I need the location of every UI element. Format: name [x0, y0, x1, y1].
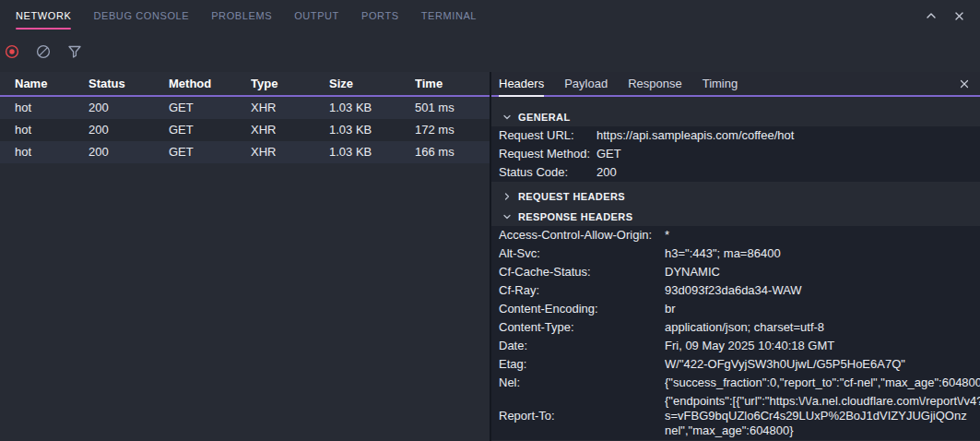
cell-method: GET [169, 141, 251, 163]
request-table: Name Status Method Type Size Time hot 20… [0, 72, 491, 441]
general-rows: Request URL: https://api.sampleapis.com/… [491, 126, 980, 182]
header-value: DYNAMIC [665, 263, 980, 281]
column-header-method[interactable]: Method [169, 77, 251, 90]
cell-method: GET [169, 97, 251, 119]
close-details-icon[interactable] [959, 78, 980, 89]
header-row: Nel: {"success_fraction":0,"report_to":"… [491, 374, 980, 392]
header-row: Alt-Svc: h3=":443"; ma=86400 [491, 244, 980, 263]
header-name: Cf-Cache-Status: [499, 263, 665, 281]
header-value: {"endpoints":[{"url":"https:\/\/a.nel.cl… [665, 392, 980, 440]
details-tab-bar: Headers Payload Response Timing [491, 72, 980, 97]
cell-size: 1.03 KB [329, 119, 415, 141]
request-row[interactable]: hot 200 GET XHR 1.03 KB 172 ms [0, 119, 490, 141]
network-toolbar [0, 31, 980, 72]
header-name: Status Code: [499, 163, 596, 182]
cell-type: XHR [251, 119, 329, 141]
header-value-line: nel","max_age":604800} [665, 423, 980, 438]
header-row: Status Code: 200 [491, 163, 980, 182]
panel-window-controls [925, 0, 980, 31]
cell-time: 501 ms [415, 97, 490, 119]
header-value: 93d093f23da6da34-WAW [665, 281, 980, 300]
cell-name: hot [15, 97, 89, 119]
devtools-bottom-panel: NETWORK DEBUG CONSOLE PROBLEMS OUTPUT PO… [0, 0, 980, 441]
section-title: GENERAL [518, 112, 571, 123]
header-value: W/"422-OFgVyjSW3h0UjwL/G5P5HoE6A7Q" [665, 355, 980, 374]
column-header-size[interactable]: Size [329, 77, 415, 90]
tab-timing[interactable]: Timing [703, 72, 738, 95]
header-name: Date: [499, 337, 665, 355]
header-value: https://api.sampleapis.com/coffee/hot [596, 126, 980, 145]
header-name: Content-Type: [499, 318, 665, 337]
header-name: Request Method: [499, 145, 596, 163]
header-row: Etag: W/"422-OFgVyjSW3h0UjwL/G5P5HoE6A7Q… [491, 355, 980, 374]
section-request-headers[interactable]: REQUEST HEADERS [491, 187, 980, 206]
header-value-line: {"endpoints":[{"url":"https:\/\/a.nel.cl… [665, 394, 980, 409]
header-row: Access-Control-Allow-Origin: * [491, 226, 980, 244]
cell-type: XHR [251, 97, 329, 119]
tab-network[interactable]: NETWORK [16, 0, 71, 31]
header-value-line: s=vFBG9bqUZlo6Cr4s29LUxP%2BoJ1dVIZYJUGji… [665, 409, 980, 423]
section-response-headers[interactable]: RESPONSE HEADERS [491, 208, 980, 226]
header-row: Report-To: {"endpoints":[{"url":"https:\… [491, 392, 980, 440]
tab-response[interactable]: Response [628, 72, 682, 95]
column-header-time[interactable]: Time [415, 77, 490, 90]
header-row: Cf-Cache-Status: DYNAMIC [491, 263, 980, 281]
header-value: h3=":443"; ma=86400 [665, 244, 980, 263]
cell-size: 1.03 KB [329, 97, 415, 119]
cell-time: 172 ms [415, 119, 490, 141]
header-name: Nel: [499, 374, 665, 392]
tab-output[interactable]: OUTPUT [294, 0, 339, 31]
chevron-down-icon [502, 113, 512, 122]
close-panel-icon[interactable] [953, 10, 965, 22]
header-value: GET [596, 145, 980, 163]
header-row: Request Method: GET [491, 145, 980, 163]
request-table-header: Name Status Method Type Size Time [0, 72, 490, 97]
network-main-split: Name Status Method Type Size Time hot 20… [0, 72, 980, 441]
tab-headers[interactable]: Headers [499, 72, 544, 95]
tab-ports[interactable]: PORTS [361, 0, 399, 31]
cell-name: hot [15, 141, 89, 163]
cell-method: GET [169, 119, 251, 141]
header-value: 200 [596, 163, 980, 182]
cell-type: XHR [251, 141, 329, 163]
cell-status: 200 [89, 119, 169, 141]
header-value: application/json; charset=utf-8 [665, 318, 980, 337]
record-button[interactable] [5, 44, 19, 59]
header-row: Content-Type: application/json; charset=… [491, 318, 980, 337]
panel-tabs: NETWORK DEBUG CONSOLE PROBLEMS OUTPUT PO… [16, 0, 477, 31]
header-row: Cf-Ray: 93d093f23da6da34-WAW [491, 281, 980, 300]
chevron-down-icon [502, 212, 512, 221]
section-general[interactable]: GENERAL [491, 108, 980, 126]
column-header-type[interactable]: Type [251, 77, 329, 90]
header-name: Access-Control-Allow-Origin: [499, 226, 665, 244]
tab-problems[interactable]: PROBLEMS [211, 0, 272, 31]
header-row: Content-Encoding: br [491, 300, 980, 318]
column-header-status[interactable]: Status [89, 77, 169, 90]
tab-payload[interactable]: Payload [564, 72, 608, 95]
header-row: Request URL: https://api.sampleapis.com/… [491, 126, 980, 145]
clear-requests-button[interactable] [36, 44, 51, 59]
header-value: * [665, 226, 980, 244]
header-value: Fri, 09 May 2025 10:40:18 GMT [665, 337, 980, 355]
request-row[interactable]: hot 200 GET XHR 1.03 KB 501 ms [0, 97, 490, 119]
block-icon [36, 44, 51, 59]
filter-button[interactable] [67, 44, 82, 59]
tab-terminal[interactable]: TERMINAL [421, 0, 477, 31]
header-value: {"success_fraction":0,"report_to":"cf-ne… [665, 374, 980, 392]
column-header-name[interactable]: Name [15, 77, 89, 90]
headers-content: GENERAL Request URL: https://api.samplea… [491, 97, 980, 441]
tab-debug-console[interactable]: DEBUG CONSOLE [93, 0, 189, 31]
record-icon [5, 44, 19, 59]
response-header-rows: Access-Control-Allow-Origin: * Alt-Svc: … [491, 226, 980, 440]
cell-time: 166 ms [415, 141, 490, 163]
filter-icon [67, 44, 82, 59]
request-row[interactable]: hot 200 GET XHR 1.03 KB 166 ms [0, 141, 490, 163]
cell-status: 200 [89, 97, 169, 119]
header-name: Cf-Ray: [499, 281, 665, 300]
chevron-up-icon[interactable] [925, 9, 938, 22]
cell-status: 200 [89, 141, 169, 163]
chevron-right-icon [502, 192, 512, 201]
section-title: RESPONSE HEADERS [518, 211, 632, 222]
cell-name: hot [15, 119, 89, 141]
section-title: REQUEST HEADERS [518, 191, 625, 202]
